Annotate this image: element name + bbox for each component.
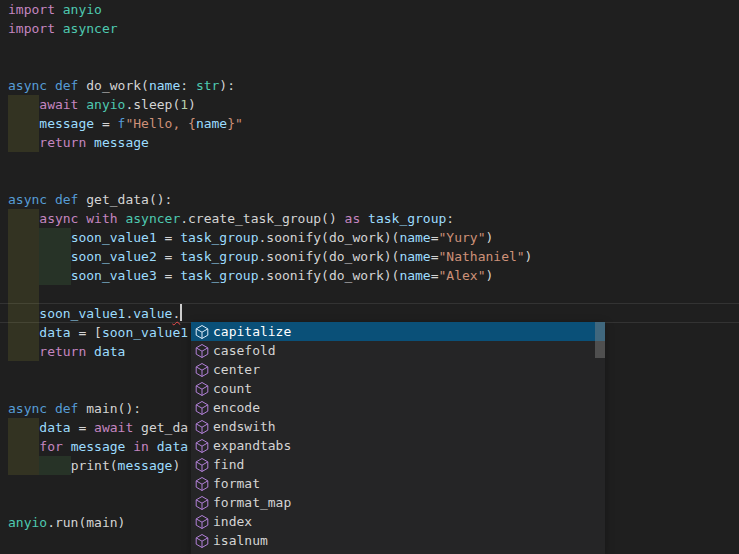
code-token: name (196, 116, 227, 131)
code-line[interactable] (0, 152, 739, 171)
code-token (39, 266, 70, 285)
code-token: await (94, 420, 133, 435)
code-token: soon_value2 (71, 249, 157, 264)
code-line[interactable]: await anyio.sleep(1) (0, 95, 739, 114)
code-line[interactable]: async def get_data(): (0, 190, 739, 209)
code-token: name (149, 78, 180, 93)
symbol-method-icon (194, 533, 210, 549)
code-token (55, 2, 63, 17)
code-line[interactable]: import asyncer (0, 19, 739, 38)
suggest-item-isalnum[interactable]: isalnum (191, 531, 605, 550)
code-token: = [ (71, 325, 102, 340)
code-token: as (345, 211, 361, 226)
suggest-item-endswith[interactable]: endswith (191, 417, 605, 436)
suggest-item-label: endswith (213, 419, 276, 434)
suggest-item-expandtabs[interactable]: expandtabs (191, 436, 605, 455)
suggest-item-find[interactable]: find (191, 455, 605, 474)
code-token: print (71, 458, 110, 473)
code-token: data (39, 325, 70, 340)
autocomplete-scrollbar-slider[interactable] (595, 322, 605, 358)
code-line[interactable] (0, 285, 739, 304)
code-token: for (39, 439, 62, 454)
code-token: (): (149, 192, 172, 207)
code-token: async (39, 211, 78, 226)
code-line[interactable]: return message (0, 133, 739, 152)
symbol-method-icon (194, 362, 210, 378)
code-token (133, 420, 141, 435)
suggest-item-label: format (213, 476, 260, 491)
code-line[interactable]: soon_value3 = task_group.soonify(do_work… (0, 266, 739, 285)
code-token: .soonify(do_work)( (258, 230, 399, 245)
code-token: ) (188, 97, 196, 112)
suggest-item-index[interactable]: index (191, 512, 605, 531)
code-token: def (55, 192, 78, 207)
code-token: "Nathaniel" (439, 249, 525, 264)
code-token: get_data (86, 192, 149, 207)
code-token: = (94, 116, 117, 131)
code-token: await (39, 97, 78, 112)
code-token: def (55, 78, 78, 93)
code-token: name (399, 268, 430, 283)
code-token: async (8, 192, 47, 207)
code-token: asyncer (63, 21, 118, 36)
code-token: ( (110, 458, 118, 473)
code-token (39, 228, 70, 247)
code-line[interactable]: async with asyncer.create_task_group() a… (0, 209, 739, 228)
code-line[interactable] (0, 171, 739, 190)
code-token: anyio (63, 2, 102, 17)
code-token: get_da (141, 420, 188, 435)
code-line[interactable]: async def do_work(name: str): (0, 76, 739, 95)
code-token: async (8, 78, 47, 93)
autocomplete-scrollbar[interactable] (595, 322, 605, 554)
code-token (8, 437, 39, 456)
suggest-item-format_map[interactable]: format_map (191, 493, 605, 512)
suggest-item-count[interactable]: count (191, 379, 605, 398)
code-line-current[interactable]: soon_value1.value. (0, 304, 739, 323)
code-token (8, 133, 39, 152)
code-line[interactable]: soon_value1 = task_group.soonify(do_work… (0, 228, 739, 247)
code-token: anyio (8, 515, 47, 530)
code-token: soon_value3 (71, 268, 157, 283)
code-line[interactable]: message = f"Hello, {name}" (0, 114, 739, 133)
suggest-item-capitalize[interactable]: capitalize (191, 322, 605, 341)
code-line[interactable] (0, 38, 739, 57)
autocomplete-popup: capitalizecasefoldcentercountencodeendsw… (191, 322, 605, 554)
code-token: ) (485, 230, 493, 245)
code-token: = (431, 230, 439, 245)
code-token: .soonify(do_work)( (258, 268, 399, 283)
code-token: .sleep( (125, 97, 180, 112)
symbol-method-icon (194, 457, 210, 473)
code-line[interactable]: import anyio (0, 0, 739, 19)
suggest-item-label: isalnum (213, 533, 268, 548)
code-line[interactable]: soon_value2 = task_group.soonify(do_work… (0, 247, 739, 266)
suggest-item-label: format_map (213, 495, 291, 510)
suggest-item-center[interactable]: center (191, 360, 605, 379)
code-token: return (39, 344, 86, 359)
code-token: message (118, 458, 173, 473)
suggest-item-label: capitalize (213, 324, 291, 339)
code-token: "Yury" (439, 230, 486, 245)
code-token (47, 78, 55, 93)
suggest-item-label: find (213, 457, 244, 472)
code-token: soon_value1 (39, 306, 125, 321)
code-token: ) (172, 458, 180, 473)
code-token (149, 439, 157, 454)
suggest-item-format[interactable]: format (191, 474, 605, 493)
code-token: str (196, 78, 219, 93)
suggest-item-casefold[interactable]: casefold (191, 341, 605, 360)
code-token: data (157, 439, 188, 454)
code-token: = (157, 249, 180, 264)
code-token (63, 439, 71, 454)
code-token: do_work (86, 78, 141, 93)
code-token: return (39, 135, 86, 150)
suggest-item-encode[interactable]: encode (191, 398, 605, 417)
code-token: soon_value1 (71, 230, 157, 245)
code-line[interactable] (0, 57, 739, 76)
suggest-item-label: count (213, 381, 252, 396)
suggest-item-label: index (213, 514, 252, 529)
symbol-method-icon (194, 400, 210, 416)
code-token: .create_task_group() (180, 211, 344, 226)
code-token: . (172, 306, 180, 321)
code-token (8, 247, 39, 266)
code-token (8, 323, 39, 342)
